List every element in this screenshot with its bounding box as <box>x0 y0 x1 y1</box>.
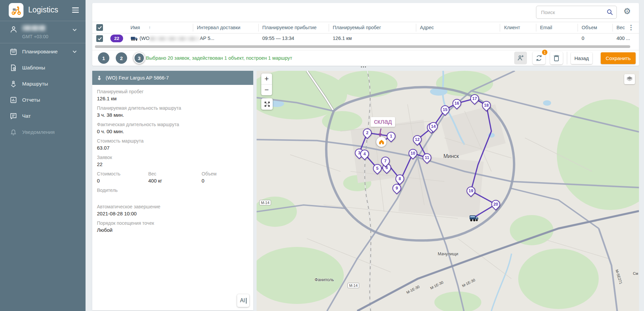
sidebar-item-template[interactable]: Шаблоны <box>0 60 86 76</box>
sidebar: Logistics GMT +03:00 Планирование Шаблон… <box>0 0 86 311</box>
menu-toggle-icon[interactable] <box>72 7 79 14</box>
field-value: 400 кг <box>148 178 202 184</box>
marker-number: 19 <box>467 187 475 195</box>
field-label: Планируемая длительность маршрута <box>97 105 249 111</box>
column-header[interactable]: Клиент <box>504 25 520 30</box>
map-zoom-control: + − <box>261 73 272 95</box>
layers-icon <box>626 76 633 82</box>
city-label: Минск <box>443 153 459 159</box>
settings-gear-icon[interactable]: ⚙ <box>624 7 631 15</box>
route-field: Водитель <box>97 188 249 200</box>
planned-mileage: 126.1 км <box>333 36 352 41</box>
back-button[interactable]: Назад <box>571 52 592 64</box>
fullscreen-button[interactable] <box>261 98 273 110</box>
user-icon <box>9 25 18 34</box>
marker-number: 10 <box>409 150 417 157</box>
field-label: Вес <box>148 171 202 176</box>
marker-number: 4 <box>361 150 368 158</box>
bell-icon <box>9 128 17 136</box>
reports-icon <box>9 96 17 104</box>
ai-rename-button[interactable]: AI <box>237 294 249 307</box>
sidebar-item-bell[interactable]: Уведомления <box>0 124 86 140</box>
warehouse-marker[interactable] <box>376 137 386 147</box>
sidebar-menu: Планирование Шаблоны Маршруты Отчеты Чат… <box>0 44 86 140</box>
marker-number: 17 <box>471 95 478 102</box>
divider <box>567 52 567 64</box>
steps-bar: 123 Выбрано 20 заявок, задействован 1 об… <box>92 50 639 66</box>
route-field: Стоимость маршрута 63.07 <box>97 138 249 151</box>
search-box <box>536 6 617 19</box>
sync-button[interactable]: 1 <box>533 52 545 64</box>
road-label: См <box>633 271 638 275</box>
sidebar-item-reports[interactable]: Отчеты <box>0 92 86 108</box>
column-menu-icon[interactable]: ⋮ <box>628 23 634 31</box>
user-menu[interactable]: GMT +03:00 <box>0 21 86 43</box>
chat-icon <box>9 112 17 120</box>
route-vehicle-icon <box>96 75 102 81</box>
route-panel-header: (WO) Feur Largus AP 5866-7 <box>92 71 253 85</box>
sidebar-item-routes[interactable]: Маршруты <box>0 76 86 92</box>
vehicle-name: (WOAP 5... <box>140 36 214 41</box>
ai-label: AI <box>240 298 245 304</box>
sidebar-item-label: Планирование <box>22 49 58 55</box>
table-row[interactable]: 22 (WOAP 5... 09:55 — 13:34 126.1 км 0 4… <box>92 33 639 44</box>
vehicle-position-icon[interactable] <box>467 214 479 222</box>
horizontal-scrollbar[interactable] <box>95 45 630 48</box>
column-divider <box>193 24 193 32</box>
column-header[interactable]: Имя <box>130 25 140 30</box>
column-header[interactable]: Вес <box>616 25 625 30</box>
column-header[interactable]: Объем <box>582 25 597 30</box>
scooter-icon <box>11 5 21 16</box>
search-icon[interactable] <box>606 9 613 15</box>
orders-count-badge: 22 <box>110 35 123 42</box>
marker-number: 15 <box>441 106 449 113</box>
road-label: М-14 <box>347 283 359 288</box>
route-field: Фактическая длительность маршрута 0 ч. 0… <box>97 122 249 134</box>
sort-ascending-icon[interactable]: ↑ <box>149 25 151 30</box>
warehouse-arrow-icon <box>377 128 383 138</box>
field-value: 0 <box>97 178 148 184</box>
column-divider <box>536 24 536 32</box>
table-header: ⋮ ИмяИнтервал доставкиПланируемое прибыт… <box>92 22 639 34</box>
step-1[interactable]: 1 <box>98 52 109 64</box>
map[interactable]: МинскМачулищиФаниполь М-14М-14М-1Е-30М-1… <box>257 71 639 311</box>
column-header[interactable]: Планируемый пробег <box>333 25 381 30</box>
search-input[interactable] <box>540 8 602 17</box>
field-label: Стоимость маршрута <box>97 138 249 144</box>
drag-handle[interactable] <box>361 66 366 67</box>
field-label: Автоматическое завершение <box>97 204 249 209</box>
column-header[interactable]: Планируемое прибытие <box>262 25 317 30</box>
route-field: Автоматическое завершение 2021-08-28 10:… <box>97 204 249 216</box>
step-2[interactable]: 2 <box>116 52 127 64</box>
app-title: Logistics <box>28 5 58 14</box>
marker-number: 1 <box>387 133 395 140</box>
sidebar-item-calendar[interactable]: Планирование <box>0 44 86 60</box>
weight-value: 400 ... <box>616 36 630 41</box>
template-icon <box>9 64 17 72</box>
zoom-out-button[interactable]: − <box>261 85 272 95</box>
marker-number: 16 <box>453 100 461 107</box>
sidebar-item-chat[interactable]: Чат <box>0 108 86 124</box>
column-divider <box>416 24 416 32</box>
marker-number: 5 <box>374 165 381 172</box>
route-field: Планируемый пробег 126.1 км <box>97 89 249 101</box>
city-label: Мачулищи <box>438 252 458 256</box>
step-3[interactable]: 3 <box>133 52 145 64</box>
field-value: 22 <box>97 161 249 167</box>
column-header[interactable]: Email <box>540 25 552 30</box>
zoom-in-button[interactable]: + <box>261 73 272 85</box>
save-button[interactable]: Сохранить <box>601 52 636 64</box>
road-label: М-14 <box>259 200 271 205</box>
route-fields: Планируемый пробег 126.1 кмПланируемая д… <box>97 85 249 233</box>
chevron-down-icon <box>72 50 77 53</box>
add-point-button[interactable] <box>514 52 527 64</box>
delete-button[interactable] <box>550 52 563 64</box>
row-checkbox[interactable] <box>96 35 103 42</box>
column-header[interactable]: Интервал доставки <box>197 25 240 30</box>
column-header[interactable]: Адрес <box>420 25 434 30</box>
select-all-checkbox[interactable] <box>96 24 103 31</box>
field-value: 63.07 <box>97 145 249 151</box>
map-layers-button[interactable] <box>624 74 635 84</box>
route-field: Вес 400 кг <box>148 171 202 184</box>
routes-icon <box>9 80 17 88</box>
